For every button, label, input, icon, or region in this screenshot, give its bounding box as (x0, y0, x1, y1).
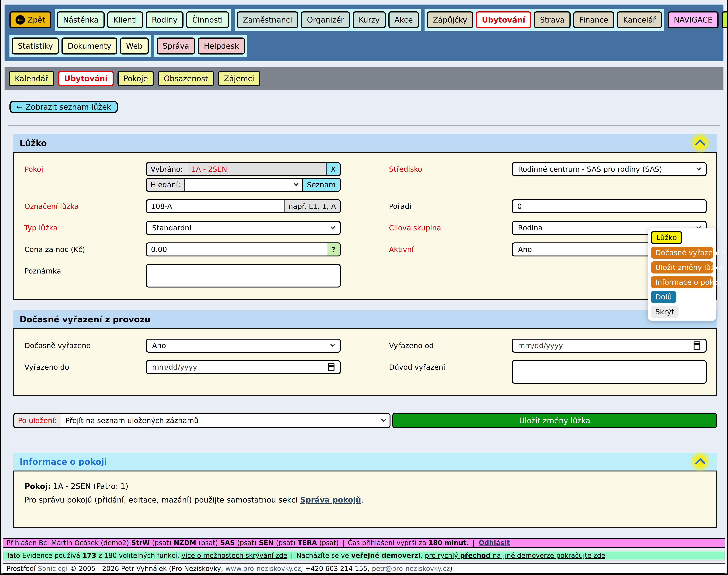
cena-help-button[interactable]: ? (327, 243, 340, 256)
quickmenu-dolu-button[interactable]: Dolů (651, 291, 676, 303)
calendar-icon[interactable] (328, 363, 334, 371)
nav-item-cinnosti[interactable]: Činnosti (186, 11, 229, 28)
pokoj-search-caption: Hledání: (147, 179, 185, 191)
copyright-bar: Prostředí Sonic.cgi © 2005 - 2026 Petr V… (3, 564, 725, 574)
after-save-select[interactable]: Přejít na seznam uložených záznamů (61, 414, 390, 427)
poradi-input[interactable]: 0 (512, 199, 706, 213)
vyrazeno-od-date-input[interactable]: mm/dd/yyyy (512, 339, 706, 352)
sprava-pokoju-link[interactable]: Správa pokojů (300, 496, 361, 504)
nav-item-dokumenty[interactable]: Dokumenty (62, 37, 117, 55)
bed-section: Lůžko Pokoj Vybráno: 1A - 2SEN X Hledání… (13, 134, 717, 300)
room-info-body: Pokoj: 1A - 2SEN (Patro: 1) Pro správu p… (13, 471, 717, 528)
collapse-room-info-button[interactable] (689, 450, 712, 473)
nav-right-group: NAVIGACE NÁPOVĚDA ODHLÁSIT (668, 11, 728, 28)
duvod-vyrazeni-textarea[interactable] (512, 360, 706, 384)
cena-value: 0.00 (151, 245, 167, 253)
room-info-section: Informace o pokoji Pokoj: 1A - 2SEN (Pat… (13, 453, 717, 528)
quickmenu-ulozit-zmeny-button[interactable]: Uložit změny lůžka (651, 261, 713, 273)
nav-item-sprava[interactable]: Správa (157, 37, 195, 55)
poradi-label: Pořadí (341, 202, 512, 210)
duvod-vyrazeni-label: Důvod vyřazení (341, 360, 512, 374)
nav-item-zapujcky[interactable]: Zápůjčky (427, 11, 473, 28)
poznamka-label: Poznámka (25, 264, 146, 278)
subnav-item-obsazenost[interactable]: Obsazenost (158, 71, 214, 86)
copyright-text: , +420 603 214 155, (301, 565, 369, 572)
subnav-item-pokoje[interactable]: Pokoje (117, 71, 154, 86)
nav-item-nastenka[interactable]: Nástěnka (57, 11, 105, 28)
nav-item-klienti[interactable]: Klienti (107, 11, 143, 28)
service-badge: SAS (220, 539, 235, 547)
nav-item-strava[interactable]: Strava (534, 11, 571, 28)
room-note-period: . (361, 496, 364, 504)
vyrazeno-do-label: Vyřazeno do (25, 360, 146, 374)
navigace-button[interactable]: NAVIGACE (668, 11, 719, 28)
vyrazeno-do-date-input[interactable]: mm/dd/yyyy (146, 360, 341, 374)
show-bed-list-button[interactable]: ← Zobrazit seznam lůžek (9, 101, 118, 113)
session-user: Přihlášen Bc. Martin Ocásek (demo2) (6, 539, 129, 547)
room-note-text: Pro správu pokojů (přidání, editace, maz… (25, 496, 298, 504)
calendar-icon[interactable] (694, 341, 700, 350)
oznaceni-widget: 108-A např. L1, 1, A (146, 199, 341, 213)
nav-group-services: Zápůjčky Ubytování Strava Finance Kancel… (425, 9, 664, 31)
removal-section: Dočasné vyřazení z provozu Dočasně vyřaz… (13, 310, 717, 396)
separator: | (291, 552, 293, 559)
cilova-skupina-value: Rodina (518, 224, 543, 232)
bed-section-title: Lůžko (20, 138, 47, 148)
subnav-item-ubytovani-active[interactable]: Ubytování (58, 71, 113, 86)
pokoj-clear-button[interactable]: X (326, 163, 340, 175)
quickmenu-docasne-vyrazeni-button[interactable]: Dočasné vyřazení z (651, 247, 713, 259)
docasne-vyrazeno-value: Ano (152, 341, 166, 350)
service-badge: SEN (259, 539, 274, 547)
chevron-down-icon (381, 417, 386, 422)
stredisko-select[interactable]: Rodinné centrum - SAS pro rodiny (SAS) (512, 162, 706, 176)
nav-item-helpdesk[interactable]: Helpdesk (198, 37, 245, 55)
removal-section-header: Dočasné vyřazení z provozu (13, 310, 717, 328)
cena-input[interactable]: 0.00 (147, 243, 327, 256)
hiding-options-link[interactable]: více o možnostech skrývání zde (181, 552, 287, 559)
nav-group-reports: Statistiky Dokumenty Web (9, 35, 151, 57)
poznamka-textarea[interactable] (146, 264, 341, 288)
service-badge: TERA (298, 539, 317, 547)
oznaceni-value: 108-A (151, 202, 172, 210)
pokoj-label: Pokoj (25, 162, 146, 176)
sonic-link[interactable]: Sonic.cgi (38, 565, 68, 572)
removal-section-body: Dočasně vyřazeno Ano Vyřazeno od mm/dd/y… (13, 328, 717, 396)
nav-item-ubytovani-active[interactable]: Ubytování (476, 11, 531, 28)
subnav-item-kalendar[interactable]: Kalendář (9, 71, 54, 86)
pokoj-list-button[interactable]: Seznam (302, 179, 340, 191)
app-window: ← Zpět Nástěnka Klienti Rodiny Činnosti … (0, 0, 728, 575)
poradi-value: 0 (517, 202, 522, 210)
nav-item-rodiny[interactable]: Rodiny (146, 11, 183, 28)
nav-item-zamestnanci[interactable]: Zaměstnanci (237, 11, 298, 28)
nav-item-organizer[interactable]: Organizér (301, 11, 350, 28)
quickmenu-skryt-button[interactable]: Skrýt (651, 306, 679, 318)
nav-item-finance[interactable]: Finance (573, 11, 614, 28)
session-expiry-value: 180 minut. (429, 539, 469, 547)
back-label: Zpět (28, 15, 45, 24)
oznaceni-input[interactable]: 108-A (147, 200, 284, 212)
demo-switch-link[interactable]: pro rychlý přechod na jiné demoverze pok… (425, 552, 606, 559)
pokoj-search-select[interactable] (185, 179, 302, 191)
email-link[interactable]: petr@pro-neziskovky.cz (372, 565, 450, 572)
nav-item-akce[interactable]: Akce (389, 11, 419, 28)
nav-item-kancelar[interactable]: Kancelář (617, 11, 662, 28)
quickmenu-luzko-button[interactable]: Lůžko (651, 231, 682, 244)
nav-group-clients: Nástěnka Klienti Rodiny Činnosti (55, 9, 231, 31)
typ-luzka-select[interactable]: Standardní (146, 221, 341, 235)
save-bed-changes-button[interactable]: Uložit změny lůžka (392, 413, 717, 428)
logout-link[interactable]: Odhlásit (479, 539, 510, 547)
pokoj-selected-caption: Vybráno: (147, 163, 187, 175)
collapse-bed-section-button[interactable] (689, 132, 712, 154)
website-link[interactable]: www.pro-neziskovky.cz (225, 565, 301, 572)
session-status-bar: Přihlášen Bc. Martin Ocásek (demo2) StrW… (3, 538, 725, 548)
napoveda-button[interactable]: NÁPOVĚDA (722, 11, 728, 28)
nav-item-web[interactable]: Web (120, 37, 148, 55)
copyright-text: Prostředí (6, 565, 36, 572)
quickmenu-informace-o-pokoji-button[interactable]: Informace o pokoji (651, 276, 713, 288)
subnav-item-zajemci[interactable]: Zájemci (218, 71, 260, 86)
docasne-vyrazeno-select[interactable]: Ano (146, 339, 341, 352)
oznaceni-hint: např. L1, 1, A (284, 200, 340, 212)
back-button[interactable]: ← Zpět (9, 11, 51, 28)
nav-item-kurzy[interactable]: Kurzy (353, 11, 386, 28)
nav-item-statistiky[interactable]: Statistiky (12, 37, 59, 55)
